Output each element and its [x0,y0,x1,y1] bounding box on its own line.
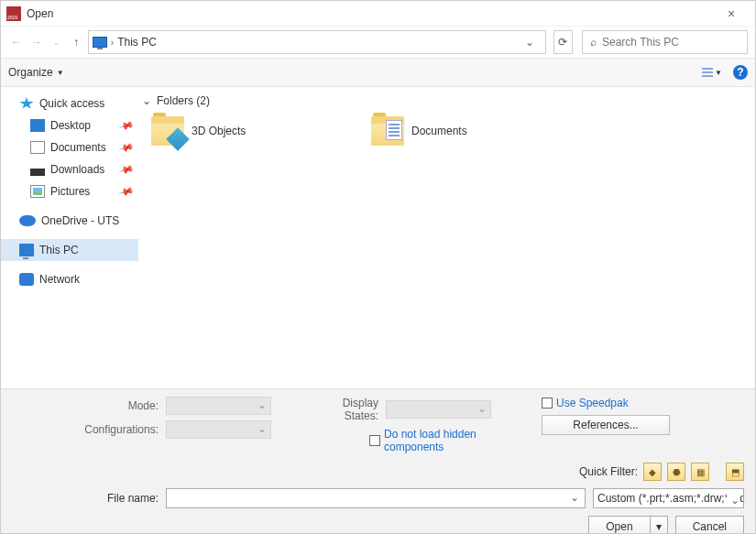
group-label: Folders (2) [157,94,210,107]
sidebar-this-pc[interactable]: This PC [1,239,138,261]
sidebar-downloads[interactable]: Downloads 📌 [1,158,138,180]
breadcrumb-location: This PC [117,36,157,49]
search-box[interactable]: ⌕ [582,30,748,54]
file-row: File name: Custom (*.prt;*.asm;*.drw;*.s… [12,488,744,508]
close-button[interactable]: × [713,6,750,21]
pc-icon [93,37,107,48]
open-button[interactable]: Open ▾ [588,516,667,534]
filename-label: File name: [12,492,159,505]
folder-label: Documents [411,125,467,137]
folder-icon [151,116,184,146]
display-states-combo[interactable] [386,400,491,419]
folder-label: 3D Objects [192,125,246,137]
pin-icon: 📌 [118,183,136,200]
no-load-hidden-label: Do not load hidden components [384,428,485,453]
folder-items: 3D Objects Documents [142,116,751,146]
download-icon [30,163,45,176]
sidebar-quick-access[interactable]: Quick access [1,93,138,114]
app-icon [6,6,21,21]
sidebar-item-label: Network [39,273,80,286]
pin-icon: 📌 [118,117,136,134]
folder-item-3d-objects[interactable]: 3D Objects [151,116,334,146]
sidebar-item-label: Documents [50,141,106,154]
filename-input[interactable] [166,488,586,508]
quick-filter-row: Quick Filter: ◆ ⬣ ▦ ⬒ [12,463,744,481]
sidebar-documents[interactable]: Documents 📌 [1,136,138,158]
star-icon [19,97,34,110]
titlebar: Open × [1,1,755,27]
cancel-button[interactable]: Cancel [675,516,744,534]
chevron-down-icon: ▼ [715,69,722,77]
sidebar-desktop[interactable]: Desktop 📌 [1,114,138,136]
forward-button[interactable]: → [28,31,45,53]
qf-top-button[interactable]: ⬒ [726,463,744,481]
config-combo[interactable] [166,420,271,439]
references-button[interactable]: References... [542,415,670,435]
sidebar-pictures[interactable]: Pictures 📌 [1,180,138,202]
back-button[interactable]: ← [8,31,25,53]
organize-button[interactable]: Organize ▼ [8,66,64,79]
qf-asm-button[interactable]: ⬣ [667,463,685,481]
sidebar-item-label: Quick access [39,97,104,110]
use-speedpak-label: Use Speedpak [556,397,629,409]
sidebar-item-label: Desktop [50,119,91,132]
pin-icon: 📌 [118,161,136,178]
sidebar-item-label: Downloads [50,163,104,176]
view-icon [702,68,713,77]
nav-row: ← → ⌄ ↑ › This PC ⌄ ⟳ ⌕ [1,27,755,58]
toolbar: Organize ▼ ▼ ? [1,58,755,87]
quick-filter-label: Quick Filter: [579,465,638,478]
button-row: Open ▾ Cancel [12,516,744,534]
cloud-icon [19,215,36,226]
window-title: Open [27,7,713,20]
qf-part-button[interactable]: ◆ [643,463,662,481]
qf-drw-button[interactable]: ▦ [691,463,709,481]
breadcrumb-dropdown[interactable]: ⌄ [518,36,542,49]
sidebar-onedrive[interactable]: OneDrive - UTS [1,210,138,232]
mode-label: Mode: [12,399,159,412]
filter-dropdown[interactable]: Custom (*.prt;*.asm;*.drw;*.sld [593,488,744,508]
open-label: Open [589,517,650,534]
recent-dropdown[interactable]: ⌄ [48,31,64,53]
search-icon: ⌕ [590,36,597,49]
chevron-right-icon: › [111,38,114,48]
refresh-button[interactable]: ⟳ [553,30,573,54]
pin-icon: 📌 [118,139,136,156]
group-header[interactable]: ⌄ Folders (2) [142,94,751,107]
pc-icon [19,244,34,256]
pictures-icon [30,185,45,198]
sidebar-item-label: Pictures [50,185,90,198]
mode-combo[interactable] [166,397,271,415]
no-load-hidden-check[interactable]: Do not load hidden components [369,428,485,453]
open-dropdown-icon[interactable]: ▾ [651,517,667,534]
use-speedpak-check[interactable]: Use Speedpak [542,397,629,409]
sidebar-item-label: OneDrive - UTS [41,214,119,227]
folder-item-documents[interactable]: Documents [371,116,554,146]
display-states-label: Display States: [305,397,378,422]
view-button[interactable]: ▼ [702,68,722,77]
organize-label: Organize [8,66,53,79]
checkbox-icon [369,435,380,446]
network-icon [19,273,34,286]
folder-icon [371,116,404,146]
chevron-down-icon: ⌄ [142,94,151,107]
checkbox-icon [542,398,553,409]
breadcrumb-bar[interactable]: › This PC ⌄ [88,30,546,54]
help-button[interactable]: ? [733,65,748,80]
chevron-down-icon: ▼ [57,69,64,77]
config-label: Configurations: [12,423,159,436]
sidebar-network[interactable]: Network [1,268,138,290]
document-icon [30,141,45,154]
search-input[interactable] [602,36,740,49]
sidebar-item-label: This PC [39,244,79,256]
up-button[interactable]: ↑ [68,31,84,53]
bottom-panel: Mode: Configurations: Display States: Do… [1,388,755,533]
desktop-icon [30,119,45,132]
